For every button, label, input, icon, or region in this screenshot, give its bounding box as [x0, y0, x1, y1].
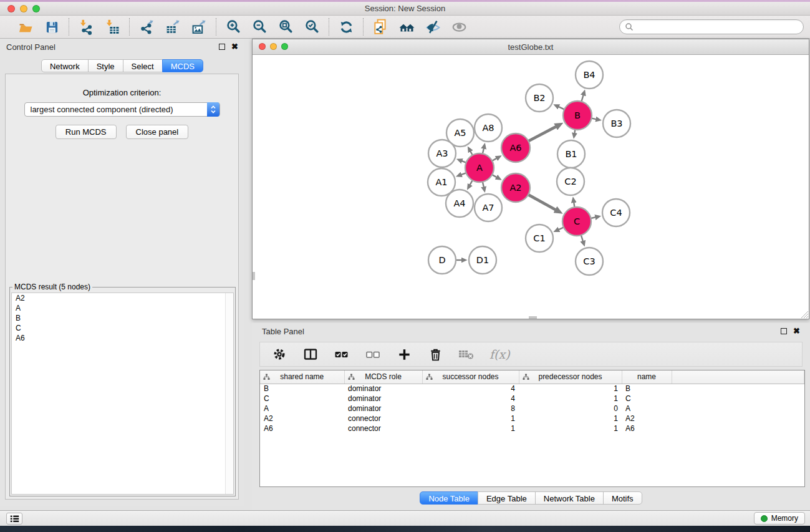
table-row[interactable]: Bdominator41B [260, 384, 804, 394]
save-session-button[interactable] [43, 18, 60, 36]
node-B2[interactable]: B2 [526, 84, 553, 112]
edge-A6-B[interactable] [528, 127, 556, 142]
table-cell[interactable]: dominator [344, 394, 422, 404]
table-cell[interactable]: 8 [422, 404, 519, 414]
table-cell[interactable]: dominator [344, 384, 422, 394]
mcds-result-item[interactable]: A6 [12, 333, 233, 343]
table-cell[interactable]: 1 [519, 414, 622, 423]
refresh-view-button[interactable] [337, 18, 355, 36]
delete-columns-button[interactable] [427, 346, 443, 362]
table-cell[interactable]: A6 [260, 423, 344, 433]
table-cell[interactable]: A6 [622, 423, 672, 433]
tab-mcds[interactable]: MCDS [162, 59, 203, 72]
table-cell[interactable]: B [622, 384, 672, 394]
maximize-window-button[interactable] [32, 5, 40, 12]
memory-status-button[interactable]: Memory [754, 512, 805, 525]
zoom-selected-button[interactable] [303, 18, 321, 36]
show-all-button[interactable] [450, 18, 468, 36]
open-session-button[interactable] [17, 18, 34, 36]
node-C1[interactable]: C1 [526, 225, 553, 252]
unselect-all-columns-button[interactable] [365, 346, 381, 362]
function-builder-button[interactable]: f(x) [489, 347, 510, 361]
node-A7[interactable]: A7 [475, 194, 502, 221]
close-table-panel-icon[interactable]: ✖ [793, 328, 800, 334]
tab-select[interactable]: Select [123, 59, 163, 72]
tab-motifs[interactable]: Motifs [603, 491, 642, 505]
minimize-window-button[interactable] [20, 5, 27, 12]
column-header-shared-name[interactable]: shared name [260, 370, 344, 384]
node-A2[interactable]: A2 [501, 173, 530, 202]
import-table-button[interactable] [104, 18, 121, 36]
close-panel-icon[interactable]: ✖ [231, 44, 238, 50]
mcds-result-item[interactable]: B [12, 313, 233, 323]
table-cell[interactable]: 1 [422, 423, 519, 433]
mcds-result-item[interactable]: A2 [12, 293, 233, 303]
column-header-mcds-role[interactable]: MCDS role [344, 370, 422, 384]
table-cell[interactable]: A2 [260, 414, 344, 423]
tab-node-table[interactable]: Node Table [420, 491, 478, 505]
export-network-button[interactable] [138, 18, 155, 36]
window-resize-grip-icon[interactable] [800, 310, 808, 318]
node-A8[interactable]: A8 [475, 114, 502, 142]
delete-table-button[interactable] [458, 346, 475, 362]
network-close-button[interactable] [259, 43, 266, 50]
node-C3[interactable]: C3 [576, 248, 603, 275]
mcds-result-item[interactable]: C [12, 323, 233, 333]
node-C[interactable]: C [562, 207, 591, 236]
mcds-result-list[interactable]: A2ABCA6 [11, 293, 234, 495]
table-cell[interactable]: C [622, 394, 672, 404]
mcds-result-item[interactable]: A [12, 303, 233, 313]
network-graph[interactable]: B4B2BB3A5A8A6B1A3AA1C2A2A4A7C4CC1DD1C3 [253, 55, 809, 319]
float-panel-icon[interactable] [219, 44, 225, 50]
table-row[interactable]: Adominator80A [260, 404, 804, 414]
zoom-fit-button[interactable] [277, 18, 294, 36]
column-header-name[interactable]: name [622, 370, 672, 384]
zoom-in-button[interactable] [224, 18, 242, 36]
table-cell[interactable]: connector [344, 414, 422, 423]
node-A6[interactable]: A6 [501, 133, 530, 162]
tab-network-table[interactable]: Network Table [535, 491, 604, 505]
table-cell[interactable]: connector [344, 423, 422, 433]
table-cell[interactable]: 1 [422, 414, 519, 423]
hide-selected-button[interactable] [424, 18, 441, 36]
node-C4[interactable]: C4 [602, 199, 630, 226]
node-B3[interactable]: B3 [603, 110, 630, 137]
create-new-column-button[interactable] [396, 346, 412, 362]
table-row[interactable]: A6connector11A6 [260, 423, 804, 433]
node-C2[interactable]: C2 [557, 168, 584, 195]
result-list-scrollbar[interactable] [225, 293, 233, 494]
table-cell[interactable]: 1 [519, 384, 622, 394]
tab-edge-table[interactable]: Edge Table [478, 491, 536, 505]
node-A3[interactable]: A3 [428, 140, 456, 167]
node-D[interactable]: D [428, 246, 456, 274]
network-window-titlebar[interactable]: testGlobe.txt [253, 39, 809, 55]
canvas-bottom-gripper[interactable] [529, 316, 537, 319]
table-cell[interactable]: 4 [422, 384, 519, 394]
zoom-out-button[interactable] [251, 18, 268, 36]
edge-A2-C[interactable] [528, 195, 556, 210]
tab-network[interactable]: Network [41, 59, 89, 72]
network-minimize-button[interactable] [270, 43, 277, 50]
node-B[interactable]: B [563, 101, 592, 130]
node-B1[interactable]: B1 [557, 140, 585, 168]
show-columns-button[interactable] [302, 346, 319, 362]
export-image-button[interactable] [190, 18, 208, 36]
table-settings-button[interactable] [271, 346, 287, 362]
table-cell[interactable]: 1 [519, 423, 622, 433]
column-header-predecessor-nodes[interactable]: predecessor nodes [519, 370, 622, 384]
table-cell[interactable]: 4 [422, 394, 519, 404]
node-B4[interactable]: B4 [576, 61, 603, 89]
table-row[interactable]: Cdominator41C [260, 394, 804, 404]
import-network-button[interactable] [77, 18, 95, 36]
column-header-successor-nodes[interactable]: successor nodes [422, 370, 519, 384]
search-input[interactable] [634, 21, 803, 33]
float-table-panel-icon[interactable] [781, 328, 787, 334]
node-D1[interactable]: D1 [469, 246, 496, 274]
first-neighbors-button[interactable] [398, 18, 415, 36]
select-all-columns-button[interactable] [334, 346, 350, 362]
table-cell[interactable]: A2 [622, 414, 672, 423]
table-cell[interactable]: A [260, 404, 344, 414]
table-cell[interactable]: 1 [519, 394, 622, 404]
network-maximize-button[interactable] [281, 43, 288, 50]
task-history-button[interactable] [6, 513, 22, 525]
